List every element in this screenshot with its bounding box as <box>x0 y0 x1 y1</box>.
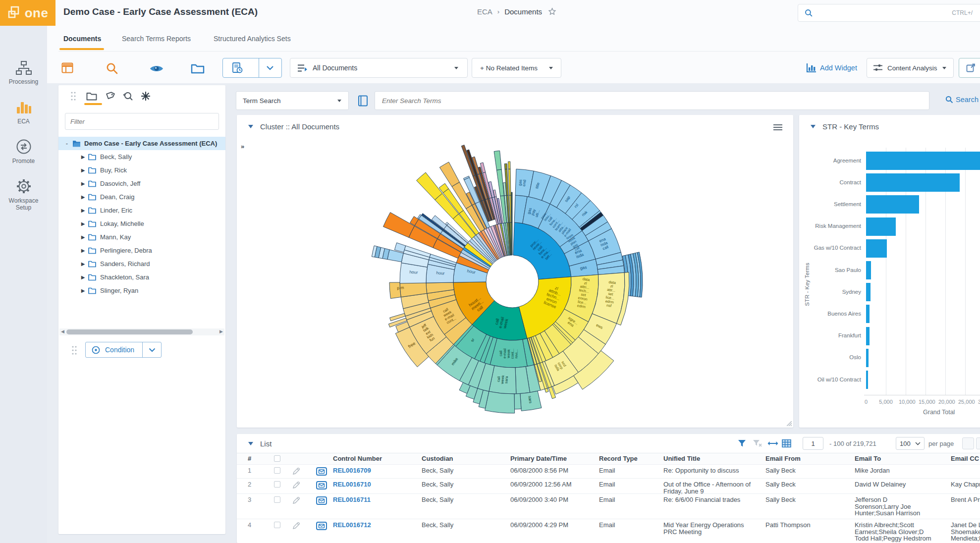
search-browser-icon[interactable] <box>106 62 118 75</box>
edit-pencil-icon[interactable] <box>292 467 300 475</box>
sunburst-arc[interactable] <box>389 282 401 299</box>
bar-oil-w-10-contract[interactable] <box>866 371 868 389</box>
str-bar-chart[interactable]: AgreementContractSettlementRisk Manageme… <box>799 138 980 428</box>
cluster-sunburst-chart[interactable]: proc...revie...callforw...e-ma...set...g… <box>237 138 793 428</box>
tree-item-slinger-ryan[interactable]: ▶Slinger, Ryan <box>58 284 225 297</box>
bar-risk-management[interactable] <box>866 217 896 236</box>
column-header-type[interactable]: Record Type <box>599 455 638 462</box>
tag-browser-tab-icon[interactable] <box>105 91 115 101</box>
rail-item-eca[interactable]: ECA <box>0 100 47 125</box>
widget-menu-icon[interactable] <box>773 123 782 132</box>
grid-view-icon[interactable] <box>782 439 791 448</box>
row-checkbox[interactable] <box>274 467 280 474</box>
viewer-eye-icon[interactable] <box>150 64 163 73</box>
edit-cell[interactable] <box>292 481 300 489</box>
select-all-checkbox[interactable] <box>274 455 280 462</box>
column-header-date[interactable]: Primary Date/Time <box>510 455 567 462</box>
bar-settlement[interactable] <box>866 195 919 214</box>
page-number-input[interactable] <box>803 437 823 450</box>
bar-oslo[interactable] <box>866 349 869 367</box>
row-checkbox[interactable] <box>274 496 280 503</box>
clear-filter-icon[interactable] <box>753 439 762 447</box>
add-widget-button[interactable]: Add Widget <box>806 63 857 73</box>
tree-item-linder-eric[interactable]: ▶Linder, Eric <box>58 204 225 217</box>
filter-funnel-icon[interactable] <box>738 439 746 447</box>
column-header-title[interactable]: Unified Title <box>663 455 700 462</box>
popout-button[interactable] <box>959 58 980 78</box>
email-document-icon[interactable] <box>316 467 327 476</box>
bar-sydney[interactable] <box>866 283 871 301</box>
search-button[interactable]: Search <box>945 96 980 104</box>
tree-item-lokay-michelle[interactable]: ▶Lokay, Michelle <box>58 217 225 230</box>
sunburst-arc[interactable] <box>394 243 405 252</box>
sunburst-arc[interactable] <box>508 169 511 195</box>
tree-item-beck-sally[interactable]: ▶Beck, Sally <box>58 150 225 163</box>
tree-item-mann-kay[interactable]: ▶Mann, Kay <box>58 230 225 244</box>
drag-handle-icon[interactable] <box>71 345 77 355</box>
layout-split-button[interactable] <box>222 58 282 78</box>
scroll-right-arrow-icon[interactable]: ▶ <box>219 329 223 334</box>
breadcrumb-parent[interactable]: ECA <box>477 7 492 16</box>
cluster-browser-tab-icon[interactable] <box>141 91 151 101</box>
condition-button[interactable]: Condition <box>85 342 162 358</box>
sunburst-arc[interactable] <box>383 213 415 238</box>
column-header-cc[interactable]: Email CC <box>951 455 979 462</box>
page-size-select[interactable]: 100 <box>896 437 925 450</box>
column-header-from[interactable]: Email From <box>765 455 801 462</box>
expand-arrow-icon[interactable]: ▶ <box>80 261 86 267</box>
term-search-input[interactable] <box>375 91 929 110</box>
content-analysis-dropdown[interactable]: Content Analysis <box>867 58 954 78</box>
edit-pencil-icon[interactable] <box>292 522 300 530</box>
sunburst-arc[interactable] <box>514 393 521 409</box>
column-header-control[interactable]: Control Number <box>333 455 382 462</box>
global-search-box[interactable]: CTRL+/ <box>798 4 980 22</box>
tree-root-item[interactable]: -Demo Case - Early Case Assessment (ECA) <box>58 137 225 150</box>
search-browser-tab-icon[interactable] <box>123 91 134 101</box>
sunburst-arc[interactable] <box>511 195 512 222</box>
rail-item-processing[interactable]: Processing <box>0 60 47 85</box>
expand-columns-icon[interactable] <box>767 440 778 446</box>
expand-arrow-icon[interactable]: ▶ <box>80 181 86 186</box>
browse-grid-icon[interactable] <box>61 62 74 74</box>
row-checkbox[interactable] <box>274 522 280 528</box>
expand-arrow-icon[interactable]: ▶ <box>80 288 86 293</box>
expand-arrow-icon[interactable]: ▶ <box>80 221 86 226</box>
sunburst-arc[interactable] <box>494 151 501 170</box>
row-checkbox[interactable] <box>274 481 280 488</box>
expand-arrow-icon[interactable]: ▶ <box>80 208 86 213</box>
prev-page-button[interactable] <box>976 437 980 449</box>
tab-structured-analytics-sets[interactable]: Structured Analytics Sets <box>214 35 291 43</box>
tab-search-terms-reports[interactable]: Search Terms Reports <box>122 35 191 43</box>
tree-horizontal-scrollbar[interactable]: ◀ ▶ <box>59 328 224 335</box>
tree-item-sanders-richard[interactable]: ▶Sanders, Richard <box>58 257 225 271</box>
drag-handle-icon[interactable] <box>70 91 76 101</box>
bar-agreement[interactable] <box>866 152 980 170</box>
rail-item-workspace[interactable]: WorkspaceSetup <box>0 178 47 212</box>
sunburst-arc[interactable] <box>485 391 515 413</box>
email-icon-cell[interactable] <box>316 481 327 489</box>
tree-item-dean-craig[interactable]: ▶Dean, Craig <box>58 190 225 204</box>
rail-item-promote[interactable]: Promote <box>0 139 47 164</box>
sunburst-arc[interactable] <box>508 162 510 169</box>
dictionary-icon[interactable] <box>358 95 368 107</box>
bar-gas-w-10-contract[interactable] <box>866 239 887 258</box>
expand-arrow-icon[interactable]: ▶ <box>80 194 86 200</box>
sunburst-arc[interactable] <box>504 163 507 169</box>
expand-arrow-icon[interactable]: ▶ <box>80 234 86 240</box>
column-header-num[interactable]: # <box>248 455 251 462</box>
folders-icon[interactable] <box>191 63 205 74</box>
expand-arrow-icon[interactable]: ▶ <box>80 167 86 173</box>
column-header-to[interactable]: Email To <box>855 455 881 462</box>
bar-sao-paulo[interactable] <box>866 261 871 279</box>
folder-browser-tab-icon[interactable] <box>86 92 97 101</box>
control-number-link[interactable]: REL0016712 <box>333 522 371 529</box>
email-icon-cell[interactable] <box>316 522 327 530</box>
column-header-custodian[interactable]: Custodian <box>422 455 453 462</box>
related-items-dropdown[interactable]: + No Related Items <box>472 58 561 78</box>
bar-frankfurt[interactable] <box>866 327 870 345</box>
edit-pencil-icon[interactable] <box>292 496 300 504</box>
condition-dropdown-toggle[interactable] <box>142 342 161 357</box>
scroll-left-arrow-icon[interactable]: ◀ <box>61 329 64 334</box>
tree-item-dasovich-jeff[interactable]: ▶Dasovich, Jeff <box>58 177 225 190</box>
tree-item-perlingiere-debra[interactable]: ▶Perlingiere, Debra <box>58 244 225 257</box>
